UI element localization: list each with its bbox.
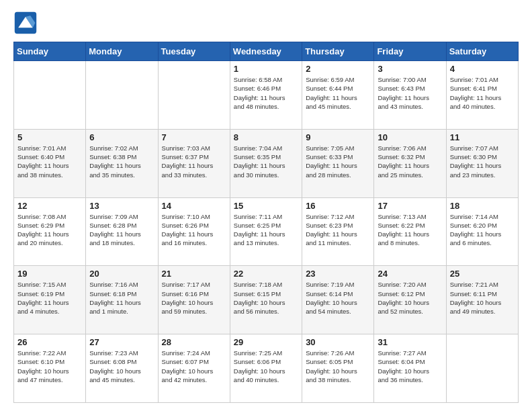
calendar-cell: 24Sunrise: 7:20 AM Sunset: 6:12 PM Dayli… [374,266,446,334]
day-info: Sunrise: 6:59 AM Sunset: 6:44 PM Dayligh… [306,75,370,111]
day-info: Sunrise: 7:17 AM Sunset: 6:16 PM Dayligh… [162,280,226,316]
calendar-cell: 29Sunrise: 7:25 AM Sunset: 6:06 PM Dayli… [230,334,302,403]
day-number: 22 [234,269,298,279]
day-info: Sunrise: 6:58 AM Sunset: 6:46 PM Dayligh… [234,75,298,111]
calendar-cell: 19Sunrise: 7:15 AM Sunset: 6:19 PM Dayli… [14,266,86,334]
logo [13,11,40,35]
day-info: Sunrise: 7:04 AM Sunset: 6:35 PM Dayligh… [234,144,298,179]
day-number: 13 [89,201,154,211]
week-row-5: 26Sunrise: 7:22 AM Sunset: 6:10 PM Dayli… [14,334,519,403]
day-number: 11 [450,132,515,142]
calendar-cell: 21Sunrise: 7:17 AM Sunset: 6:16 PM Dayli… [158,266,230,334]
calendar-cell: 11Sunrise: 7:07 AM Sunset: 6:30 PM Dayli… [446,129,518,197]
day-number: 10 [378,132,442,142]
day-info: Sunrise: 7:24 AM Sunset: 6:07 PM Dayligh… [162,349,226,384]
calendar-cell: 28Sunrise: 7:24 AM Sunset: 6:07 PM Dayli… [158,334,230,403]
day-number: 28 [162,337,226,347]
week-row-2: 5Sunrise: 7:01 AM Sunset: 6:40 PM Daylig… [14,129,519,197]
day-info: Sunrise: 7:07 AM Sunset: 6:30 PM Dayligh… [450,144,515,179]
day-info: Sunrise: 7:08 AM Sunset: 6:29 PM Dayligh… [17,212,82,248]
day-number: 29 [234,337,298,347]
day-info: Sunrise: 7:09 AM Sunset: 6:28 PM Dayligh… [89,212,154,248]
day-number: 27 [89,337,154,347]
day-info: Sunrise: 7:15 AM Sunset: 6:19 PM Dayligh… [17,280,82,316]
day-info: Sunrise: 7:02 AM Sunset: 6:38 PM Dayligh… [89,144,154,179]
calendar-cell: 17Sunrise: 7:13 AM Sunset: 6:22 PM Dayli… [374,197,446,266]
day-number: 26 [17,337,82,347]
logo-icon [13,11,38,35]
calendar-cell: 20Sunrise: 7:16 AM Sunset: 6:18 PM Dayli… [86,266,158,334]
calendar-cell: 30Sunrise: 7:26 AM Sunset: 6:05 PM Dayli… [302,334,374,403]
calendar-cell [158,61,230,130]
day-number: 1 [234,64,298,74]
day-header-sunday: Sunday [14,42,86,61]
day-number: 17 [378,201,442,211]
day-number: 6 [89,132,154,142]
day-info: Sunrise: 7:11 AM Sunset: 6:25 PM Dayligh… [234,212,298,248]
day-header-tuesday: Tuesday [158,42,230,61]
calendar-cell: 1Sunrise: 6:58 AM Sunset: 6:46 PM Daylig… [230,61,302,130]
calendar-header-row: SundayMondayTuesdayWednesdayThursdayFrid… [14,42,519,61]
day-number: 15 [234,201,298,211]
day-number: 14 [162,201,226,211]
day-info: Sunrise: 7:20 AM Sunset: 6:12 PM Dayligh… [378,280,442,316]
day-number: 18 [450,201,515,211]
calendar-cell: 14Sunrise: 7:10 AM Sunset: 6:26 PM Dayli… [158,197,230,266]
calendar-cell: 5Sunrise: 7:01 AM Sunset: 6:40 PM Daylig… [14,129,86,197]
day-number: 9 [306,132,370,142]
header [13,11,519,35]
calendar-cell: 9Sunrise: 7:05 AM Sunset: 6:33 PM Daylig… [302,129,374,197]
day-info: Sunrise: 7:18 AM Sunset: 6:15 PM Dayligh… [234,280,298,316]
calendar-cell: 23Sunrise: 7:19 AM Sunset: 6:14 PM Dayli… [302,266,374,334]
day-info: Sunrise: 7:10 AM Sunset: 6:26 PM Dayligh… [162,212,226,248]
week-row-3: 12Sunrise: 7:08 AM Sunset: 6:29 PM Dayli… [14,197,519,266]
calendar-cell: 16Sunrise: 7:12 AM Sunset: 6:23 PM Dayli… [302,197,374,266]
page: SundayMondayTuesdayWednesdayThursdayFrid… [0,0,532,411]
day-number: 30 [306,337,370,347]
calendar-cell: 13Sunrise: 7:09 AM Sunset: 6:28 PM Dayli… [86,197,158,266]
calendar-cell [14,61,86,130]
day-info: Sunrise: 7:06 AM Sunset: 6:32 PM Dayligh… [378,144,442,179]
calendar-cell: 4Sunrise: 7:01 AM Sunset: 6:41 PM Daylig… [446,61,518,130]
day-info: Sunrise: 7:21 AM Sunset: 6:11 PM Dayligh… [450,280,515,316]
day-number: 24 [378,269,442,279]
day-info: Sunrise: 7:23 AM Sunset: 6:08 PM Dayligh… [89,349,154,384]
calendar-cell: 22Sunrise: 7:18 AM Sunset: 6:15 PM Dayli… [230,266,302,334]
day-info: Sunrise: 7:13 AM Sunset: 6:22 PM Dayligh… [378,212,442,248]
day-number: 5 [17,132,82,142]
calendar-cell: 10Sunrise: 7:06 AM Sunset: 6:32 PM Dayli… [374,129,446,197]
day-info: Sunrise: 7:14 AM Sunset: 6:20 PM Dayligh… [450,212,515,248]
day-header-thursday: Thursday [302,42,374,61]
day-info: Sunrise: 7:27 AM Sunset: 6:04 PM Dayligh… [378,349,442,384]
day-info: Sunrise: 7:05 AM Sunset: 6:33 PM Dayligh… [306,144,370,179]
calendar-cell: 25Sunrise: 7:21 AM Sunset: 6:11 PM Dayli… [446,266,518,334]
day-number: 20 [89,269,154,279]
calendar-cell [86,61,158,130]
day-header-saturday: Saturday [446,42,518,61]
calendar-table: SundayMondayTuesdayWednesdayThursdayFrid… [13,42,519,403]
day-number: 12 [17,201,82,211]
day-number: 7 [162,132,226,142]
calendar-cell [446,334,518,403]
day-number: 21 [162,269,226,279]
day-info: Sunrise: 7:26 AM Sunset: 6:05 PM Dayligh… [306,349,370,384]
day-info: Sunrise: 7:01 AM Sunset: 6:41 PM Dayligh… [450,75,515,111]
calendar-cell: 3Sunrise: 7:00 AM Sunset: 6:43 PM Daylig… [374,61,446,130]
day-header-monday: Monday [86,42,158,61]
day-header-friday: Friday [374,42,446,61]
day-info: Sunrise: 7:12 AM Sunset: 6:23 PM Dayligh… [306,212,370,248]
day-number: 23 [306,269,370,279]
calendar-cell: 26Sunrise: 7:22 AM Sunset: 6:10 PM Dayli… [14,334,86,403]
calendar-cell: 7Sunrise: 7:03 AM Sunset: 6:37 PM Daylig… [158,129,230,197]
day-info: Sunrise: 7:16 AM Sunset: 6:18 PM Dayligh… [89,280,154,316]
day-number: 3 [378,64,442,74]
day-number: 16 [306,201,370,211]
week-row-1: 1Sunrise: 6:58 AM Sunset: 6:46 PM Daylig… [14,61,519,130]
day-number: 31 [378,337,442,347]
calendar-cell: 12Sunrise: 7:08 AM Sunset: 6:29 PM Dayli… [14,197,86,266]
day-info: Sunrise: 7:00 AM Sunset: 6:43 PM Dayligh… [378,75,442,111]
day-number: 8 [234,132,298,142]
day-info: Sunrise: 7:03 AM Sunset: 6:37 PM Dayligh… [162,144,226,179]
day-header-wednesday: Wednesday [230,42,302,61]
calendar-cell: 31Sunrise: 7:27 AM Sunset: 6:04 PM Dayli… [374,334,446,403]
